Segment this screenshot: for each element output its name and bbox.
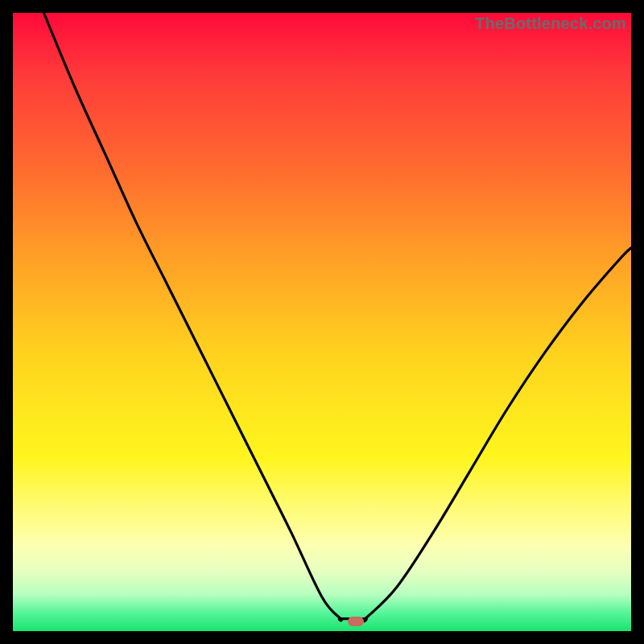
plot-area: TheBottleneck.com [13, 13, 631, 631]
chart-frame: TheBottleneck.com [0, 0, 644, 644]
curve-path [43, 13, 631, 621]
bottleneck-curve [13, 13, 631, 631]
